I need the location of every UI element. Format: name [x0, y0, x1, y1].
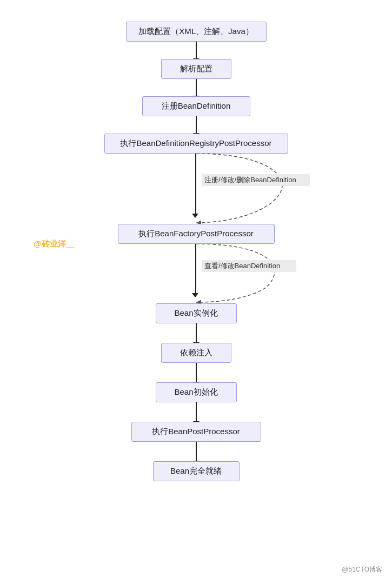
loop-label-1: 注册/修改/删除BeanDefinition: [202, 174, 310, 186]
loop-section-2: 查看/修改BeanDefinition: [72, 244, 321, 303]
node-bean-init-label: Bean初始化: [174, 387, 217, 396]
arrow-8: [196, 402, 197, 422]
node-bean-ready-label: Bean完全就绪: [170, 466, 222, 475]
arrow-3: [196, 116, 197, 134]
node-dep-inject-label: 依赖注入: [180, 348, 212, 357]
node-exec-bdrpp-label: 执行BeanDefinitionRegistryPostProcessor: [120, 138, 271, 148]
node-exec-bfpp: 执行BeanFactoryPostProcessor: [118, 224, 275, 244]
node-bean-instantiate: Bean实例化: [156, 303, 237, 323]
arrow-4-line: [195, 154, 196, 217]
node-load-config: 加载配置（XML、注解、Java）: [126, 22, 267, 42]
arrow-1: [196, 42, 197, 59]
node-bean-instantiate-label: Bean实例化: [174, 308, 217, 317]
node-register-bd-label: 注册BeanDefinition: [162, 101, 231, 110]
node-dep-inject: 依赖注入: [161, 343, 231, 363]
node-bean-init: Bean初始化: [156, 382, 237, 402]
node-exec-bfpp-label: 执行BeanFactoryPostProcessor: [138, 229, 254, 238]
arrow-5-head: [192, 293, 198, 297]
loop-section-1: 注册/修改/删除BeanDefinition: [72, 154, 321, 224]
node-exec-bdrpp: 执行BeanDefinitionRegistryPostProcessor: [104, 134, 288, 154]
watermark-bottom-right: @51CTO博客: [342, 565, 382, 574]
node-parse-config-label: 解析配置: [180, 64, 212, 73]
node-load-config-label: 加载配置（XML、注解、Java）: [138, 26, 254, 36]
loop-label-2: 查看/修改BeanDefinition: [202, 260, 296, 272]
node-parse-config: 解析配置: [161, 59, 231, 79]
node-exec-bpp: 执行BeanPostProcessor: [131, 422, 261, 442]
arrow-4-head: [192, 214, 198, 218]
node-exec-bpp-label: 执行BeanPostProcessor: [152, 427, 240, 436]
node-bean-ready: Bean完全就绪: [153, 461, 240, 481]
arrow-2: [196, 79, 197, 96]
node-register-bd: 注册BeanDefinition: [142, 96, 250, 116]
arrow-6: [196, 323, 197, 343]
watermark-left: @砖业洋__: [34, 239, 75, 249]
arrow-5-line: [195, 244, 196, 297]
arrow-7: [196, 363, 197, 382]
arrow-9: [196, 442, 197, 461]
diagram-container: @砖业洋__ 加载配置（XML、注解、Java） 解析配置 注册BeanDefi…: [0, 0, 392, 584]
